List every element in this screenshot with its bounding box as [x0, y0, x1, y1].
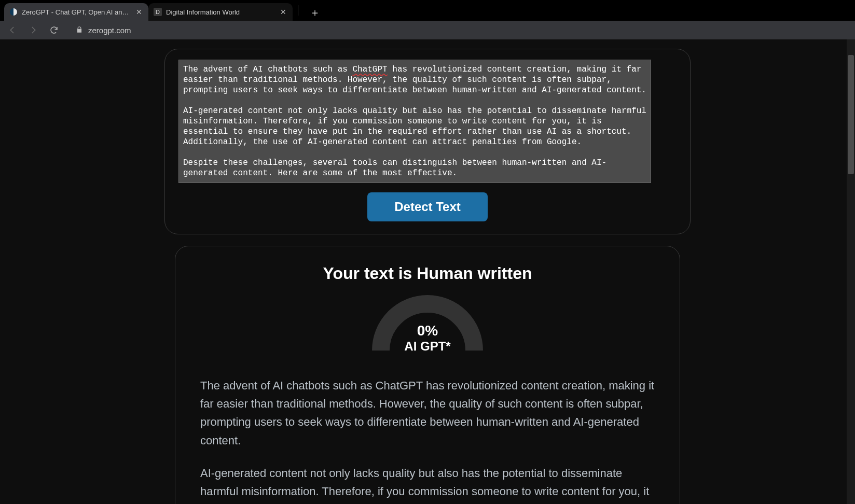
scrollbar-track[interactable]: [847, 39, 855, 504]
result-paragraph: AI-generated content not only lacks qual…: [200, 464, 655, 504]
address-bar[interactable]: zerogpt.com: [70, 22, 137, 38]
diw-favicon: D: [154, 8, 162, 16]
back-button[interactable]: [5, 23, 20, 37]
page-content: The advent of AI chatbots such as ChatGP…: [0, 39, 855, 504]
svg-text:D: D: [156, 9, 160, 15]
gauge-sublabel: AI GPT*: [370, 339, 485, 354]
scrollbar-thumb[interactable]: [848, 55, 854, 174]
detect-text-button[interactable]: Detect Text: [367, 192, 488, 221]
reload-button[interactable]: [47, 23, 61, 37]
result-body: The advent of AI chatbots such as ChatGP…: [200, 376, 655, 504]
tab-divider: [298, 5, 298, 16]
result-paragraph: The advent of AI chatbots such as ChatGP…: [200, 376, 655, 450]
url-text: zerogpt.com: [88, 26, 131, 35]
browser-toolbar: zerogpt.com: [0, 21, 855, 39]
zerogpt-favicon: [9, 8, 18, 16]
tab-title: ZeroGPT - Chat GPT, Open AI and…: [22, 8, 132, 16]
browser-tab-active[interactable]: ZeroGPT - Chat GPT, Open AI and… ✕: [4, 3, 148, 21]
tab-title: Digital Information World: [166, 8, 276, 16]
spellcheck-underline: ChatGPT: [352, 65, 387, 74]
forward-button[interactable]: [26, 23, 40, 37]
result-heading: Your text is Human written: [200, 264, 655, 283]
browser-tab[interactable]: D Digital Information World ✕: [148, 3, 293, 21]
input-card: The advent of AI chatbots such as ChatGP…: [164, 49, 691, 234]
gauge: 0% AI GPT*: [370, 293, 485, 356]
detector-textarea[interactable]: The advent of AI chatbots such as ChatGP…: [178, 60, 651, 183]
result-card: Your text is Human written 0% AI GPT* Th…: [175, 246, 680, 504]
tab-strip: ZeroGPT - Chat GPT, Open AI and… ✕ D Dig…: [0, 0, 855, 21]
gauge-percent: 0%: [370, 323, 485, 339]
close-icon[interactable]: ✕: [279, 8, 287, 16]
lock-icon: [76, 26, 83, 35]
close-icon[interactable]: ✕: [135, 8, 143, 16]
new-tab-button[interactable]: ＋: [308, 5, 322, 20]
